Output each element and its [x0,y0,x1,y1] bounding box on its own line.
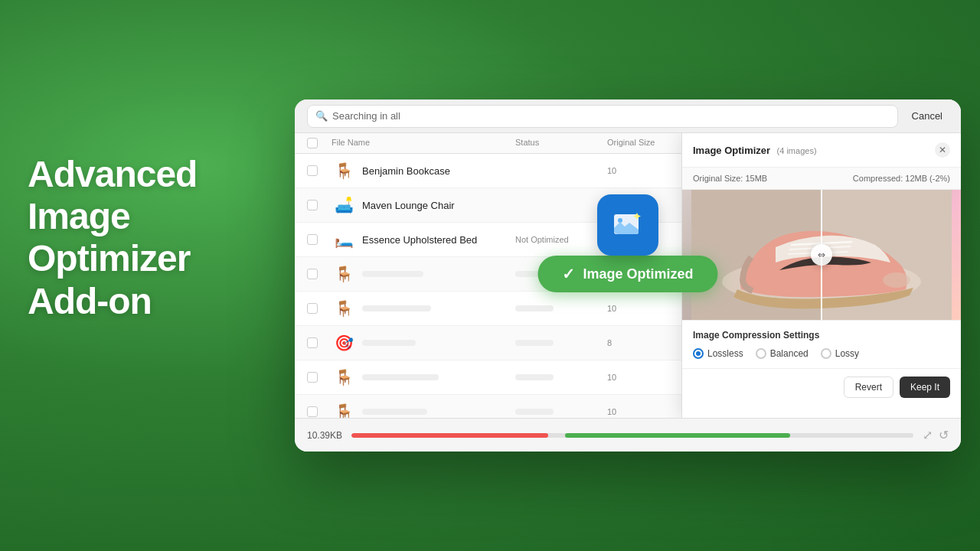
optimizer-icon-svg [609,207,646,243]
bottom-icons: ⤢ ↺ [923,428,949,442]
app-icon-float [597,194,658,256]
toast-optimized: ✓ Image Optimized [537,256,717,292]
row-size: 10 [607,304,684,313]
table-area: File Name Status Original Size Compresse… [295,133,961,418]
toast-check-icon: ✓ [562,265,575,283]
row-thumb: 🎯 [332,331,356,355]
radio-balanced[interactable]: Balanced [756,348,808,359]
panel-image-count: (4 images) [777,146,817,155]
row-filename: Essence Upholstered Bed [362,234,477,246]
row-thumb: 🛋️ [332,193,356,217]
optimizer-panel: Image Optimizer (4 images) ✕ Original Si… [681,133,961,418]
app-window: 🔍 Searching in all Cancel File Name Stat… [295,99,961,452]
row-checkbox[interactable] [307,200,318,210]
row-thumb: 🪑 [332,158,356,183]
row-checkbox[interactable] [307,165,318,176]
row-size: 10 [607,373,684,382]
radio-dot-lossless [696,351,701,356]
row-size: 8 [607,338,684,347]
toast-label: Image Optimized [583,266,693,282]
revert-button[interactable]: Revert [844,377,893,398]
shoe-image: ⇔ [682,190,961,320]
row-name-cell: 🪑 [332,399,515,418]
row-checkbox[interactable] [307,372,318,383]
hero-text: Advanced Image Optimizer Add-on [28,153,197,322]
radio-label-lossy: Lossy [835,348,859,359]
row-size: 10 [607,166,684,175]
col-checkbox [307,138,332,148]
row-checkbox[interactable] [307,337,318,348]
col-original-size: Original Size [607,138,684,148]
divider-handle[interactable]: ⇔ [811,244,832,266]
radio-label-balanced: Balanced [770,348,808,359]
compressed-label: Compressed: 12MB (-2%) [853,174,950,183]
row-size: 10 [607,407,684,416]
bottom-size: 10.39KB [307,430,342,441]
row-checkbox[interactable] [307,406,318,417]
row-name-cell: 🪑 [332,262,515,286]
panel-header: Image Optimizer (4 images) ✕ [682,133,961,168]
keep-button[interactable]: Keep It [900,377,950,398]
row-name-cell: 🪑 [332,365,515,390]
progress-red [351,433,548,438]
row-name-cell: 🪑 Benjamin Bookcase [332,158,515,183]
col-status: Status [515,138,607,148]
row-name-cell: 🛏️ Essence Upholstered Bed [332,227,515,252]
panel-title: Image Optimizer [693,145,770,156]
cancel-button[interactable]: Cancel [906,107,949,125]
header-checkbox[interactable] [307,138,318,148]
row-filename: Maven Lounge Chair [362,200,455,211]
top-bar: 🔍 Searching in all Cancel [295,99,961,133]
col-filename: File Name [332,138,515,148]
row-status-not-optimized: Not Optimized [515,235,607,244]
row-checkbox[interactable] [307,269,318,279]
refresh-icon[interactable]: ↺ [939,428,949,442]
radio-lossy[interactable]: Lossy [821,348,859,359]
row-thumb: 🪑 [332,262,356,286]
expand-icon[interactable]: ⤢ [923,428,933,442]
search-box[interactable]: 🔍 Searching in all [307,105,898,128]
settings-title: Image Compression Settings [693,330,950,341]
search-text: Searching in all [332,110,400,122]
compression-settings: Image Compression Settings Lossless Bala… [682,320,961,368]
panel-close-button[interactable]: ✕ [935,142,950,158]
bottom-progress [351,433,913,438]
row-thumb: 🪑 [332,365,356,390]
radio-circle-lossy [821,348,831,359]
panel-image: ⇔ [682,190,961,320]
row-filename: Benjamin Bookcase [362,165,450,177]
panel-sizes: Original Size: 15MB Compressed: 12MB (-2… [682,168,961,190]
panel-title-group: Image Optimizer (4 images) [693,143,817,157]
radio-lossless[interactable]: Lossless [693,348,743,359]
search-icon: 🔍 [315,110,328,122]
radio-circle-lossless [693,348,704,359]
row-checkbox[interactable] [307,303,318,314]
row-name-cell: 🪑 [332,296,515,321]
original-size-label: Original Size: 15MB [693,174,767,183]
bottom-bar: 10.39KB ⤢ ↺ [295,418,961,452]
radio-label-lossless: Lossless [707,348,743,359]
row-name-cell: 🎯 [332,331,515,355]
radio-circle-balanced [756,348,766,359]
row-thumb: 🪑 [332,296,356,321]
progress-green [565,433,790,438]
row-thumb: 🪑 [332,399,356,418]
svg-point-6 [883,272,910,288]
radio-group: Lossless Balanced Lossy [693,348,950,359]
row-name-cell: 🛋️ Maven Lounge Chair [332,193,515,217]
panel-actions: Revert Keep It [682,368,961,406]
row-checkbox[interactable] [307,234,318,245]
row-thumb: 🛏️ [332,227,356,252]
